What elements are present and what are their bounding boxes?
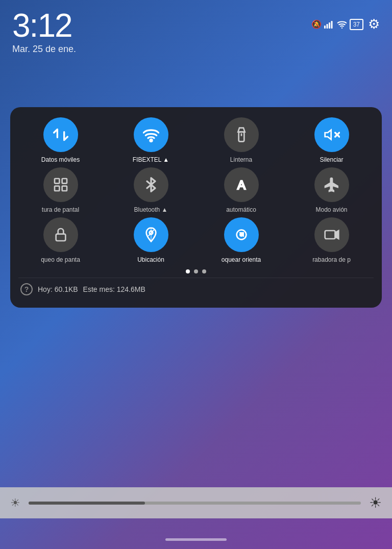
quick-grid-row2: tura de pantal Bluetooth ▲ A automático	[18, 167, 374, 213]
home-indicator[interactable]	[165, 538, 227, 541]
airplane-label: Modo avión	[315, 206, 347, 213]
mute-icon	[324, 127, 340, 143]
svg-rect-10	[55, 179, 59, 183]
quick-item-linterna[interactable]: Linterna	[199, 117, 283, 163]
silenciar-button[interactable]	[314, 117, 349, 152]
svg-rect-2	[329, 22, 330, 29]
date-display: Mar. 25 de ene.	[12, 44, 76, 55]
quick-item-recorder[interactable]: rabadora de p	[289, 217, 374, 263]
quick-item-auto[interactable]: A automático	[199, 167, 283, 213]
dot-3[interactable]	[202, 269, 206, 273]
orientation-label: oquear orienta	[222, 256, 261, 263]
captura-label: tura de pantal	[42, 206, 79, 213]
recorder-button[interactable]	[314, 217, 349, 252]
bluetooth-button[interactable]	[134, 167, 168, 202]
svg-rect-15	[56, 234, 65, 241]
quick-settings-panel: Datos móviles FIBEXTEL ▲	[10, 107, 382, 308]
svg-rect-11	[62, 179, 66, 183]
quick-grid-row3: queo de panta Ubicación	[18, 217, 374, 263]
captura-button[interactable]	[43, 167, 78, 202]
brightness-track[interactable]	[29, 502, 361, 505]
brightness-fill	[29, 502, 145, 505]
wifi-label: FIBEXTEL ▲	[133, 156, 169, 163]
svg-rect-1	[326, 24, 328, 29]
dot-2[interactable]	[194, 269, 198, 273]
lock-label: queo de panta	[41, 256, 80, 263]
orientation-icon	[233, 227, 250, 243]
svg-point-4	[341, 27, 342, 28]
pagination	[18, 269, 374, 273]
silenciar-label: Silenciar	[320, 156, 343, 163]
location-icon	[143, 227, 159, 243]
datos-moviles-button[interactable]	[43, 117, 78, 152]
quick-item-orientation[interactable]: oquear orienta	[199, 217, 283, 263]
time-display: 3:12	[12, 9, 76, 42]
font-icon: A	[233, 177, 250, 193]
quick-item-lock[interactable]: queo de panta	[18, 217, 103, 263]
quick-item-wifi[interactable]: FIBEXTEL ▲	[109, 117, 193, 163]
brightness-high-icon: ☀	[369, 494, 382, 511]
auto-button[interactable]: A	[224, 167, 259, 202]
wifi-icon	[143, 127, 159, 143]
quick-item-location[interactable]: Ubicación	[109, 217, 193, 263]
location-label: Ubicación	[137, 256, 164, 263]
quick-item-silenciar[interactable]: Silenciar	[289, 117, 374, 163]
data-usage: ? Hoy: 60.1KB Este mes: 124.6MB	[18, 278, 374, 297]
linterna-button[interactable]	[224, 117, 259, 152]
mute-status-icon: 🔕	[311, 19, 322, 29]
bluetooth-icon	[143, 177, 159, 193]
svg-rect-3	[331, 21, 332, 29]
wifi-button[interactable]	[134, 117, 168, 152]
svg-point-18	[240, 233, 242, 236]
recorder-label: rabadora de p	[312, 256, 351, 263]
location-button[interactable]	[134, 217, 168, 252]
quick-item-airplane[interactable]: Modo avión	[289, 167, 374, 213]
lock-icon	[53, 227, 69, 243]
settings-icon[interactable]: ⚙	[368, 16, 380, 32]
brightness-bar-container: ☀ ☀	[0, 487, 392, 518]
svg-rect-13	[62, 186, 66, 191]
svg-text:A: A	[237, 178, 246, 192]
status-bar: 3:12 Mar. 25 de ene. 🔕 37 ⚙	[0, 0, 392, 59]
video-icon	[324, 227, 340, 243]
svg-rect-19	[325, 231, 335, 239]
datos-moviles-label: Datos móviles	[41, 156, 80, 163]
lock-button[interactable]	[43, 217, 78, 252]
data-icon	[53, 127, 69, 143]
svg-rect-0	[324, 26, 326, 29]
quick-item-captura[interactable]: tura de pantal	[18, 167, 103, 213]
battery-level: 37	[353, 21, 360, 28]
airplane-button[interactable]	[314, 167, 349, 202]
svg-point-5	[150, 139, 152, 142]
svg-rect-12	[55, 186, 59, 191]
quick-item-datos-moviles[interactable]: Datos móviles	[18, 117, 103, 163]
flashlight-icon	[233, 127, 250, 143]
auto-label: automático	[226, 206, 256, 213]
quick-grid-row1: Datos móviles FIBEXTEL ▲	[18, 117, 374, 163]
screenshot-icon	[53, 177, 69, 193]
linterna-label: Linterna	[230, 156, 252, 163]
data-usage-icon: ?	[20, 283, 33, 295]
quick-item-bluetooth[interactable]: Bluetooth ▲	[109, 167, 193, 213]
bluetooth-label: Bluetooth ▲	[134, 206, 168, 213]
brightness-low-icon: ☀	[10, 496, 20, 510]
time-block: 3:12 Mar. 25 de ene.	[12, 9, 76, 55]
data-usage-month: Este mes: 124.6MB	[83, 285, 145, 293]
data-usage-today: Hoy: 60.1KB	[38, 285, 78, 293]
dot-1[interactable]	[186, 269, 190, 273]
status-icons-bar: 🔕 37 ⚙	[311, 9, 380, 32]
orientation-button[interactable]	[224, 217, 259, 252]
airplane-icon	[324, 177, 340, 193]
wifi-status-icon	[337, 20, 347, 29]
signal-icon	[324, 20, 334, 29]
battery-icon: 37	[350, 19, 363, 30]
